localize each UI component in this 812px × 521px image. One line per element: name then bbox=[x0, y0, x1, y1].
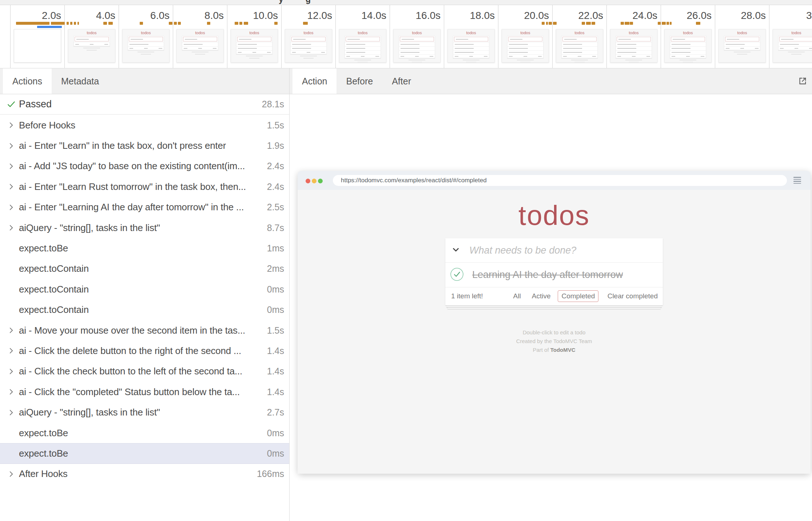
thumbnail-todos-title: todos bbox=[665, 31, 711, 35]
action-label: ai - Click the "completed" Status button… bbox=[19, 386, 240, 398]
action-row[interactable]: Before Hooks1.5s bbox=[0, 115, 289, 135]
thumbnail-footer bbox=[291, 50, 326, 54]
chevron-right-icon bbox=[7, 388, 16, 396]
todo-input-row[interactable]: What needs to be done? bbox=[445, 238, 663, 263]
clear-completed-button[interactable]: Clear completed bbox=[608, 292, 658, 300]
action-list: Before Hooks1.5sai - Enter "Learn" in th… bbox=[0, 115, 289, 521]
thumbnail-input bbox=[129, 37, 163, 41]
thumbnail-app-card bbox=[453, 36, 489, 58]
filmstrip-thumbnail[interactable]: todos bbox=[176, 29, 224, 63]
filmstrip-thumbnail[interactable] bbox=[14, 29, 61, 63]
thumbnail-input bbox=[400, 37, 434, 41]
thumbnail-caption-line bbox=[629, 62, 639, 63]
filmstrip-thumbnail[interactable]: todos bbox=[556, 29, 603, 63]
action-row[interactable]: aiQuery - "string[], tasks in the list"2… bbox=[0, 402, 289, 422]
thumbnail-todo-line bbox=[128, 42, 164, 46]
thumbnail-footer bbox=[508, 54, 543, 58]
filmstrip-thumbnail[interactable]: todos bbox=[122, 29, 170, 63]
action-row[interactable]: expect.toContain0ms bbox=[0, 300, 289, 320]
action-row[interactable]: ai - Enter "Learn" in the task box, don'… bbox=[0, 135, 289, 156]
action-row[interactable]: ai - Enter "Learning AI the day after to… bbox=[0, 197, 289, 218]
action-row[interactable]: aiQuery - "string[], tasks in the list"8… bbox=[0, 218, 289, 238]
timeline-gridline bbox=[335, 5, 336, 68]
thumbnail-todos-title: todos bbox=[502, 31, 549, 35]
thumbnail-todos-title: todos bbox=[610, 31, 657, 35]
action-duration: 2.4s bbox=[267, 161, 284, 171]
action-duration: 1.5s bbox=[267, 325, 284, 336]
action-label: ai - Add "JS today" to base on the exist… bbox=[19, 160, 245, 172]
filmstrip-thumbnail[interactable]: todos bbox=[339, 29, 386, 63]
action-row[interactable]: ai - Click the check button to the left … bbox=[0, 361, 289, 382]
action-row[interactable]: ai - Click the delete button to the righ… bbox=[0, 341, 289, 361]
thumbnail-caption-line bbox=[192, 52, 208, 52]
todo-input-placeholder: What needs to be done? bbox=[469, 245, 576, 256]
filmstrip-thumbnail[interactable]: todos bbox=[502, 29, 549, 63]
action-row[interactable]: ai - Enter "Learn Rust tomorrow" in the … bbox=[0, 176, 289, 197]
todo-complete-checkbox-icon[interactable] bbox=[450, 267, 464, 283]
thumbnail-footer bbox=[453, 54, 489, 58]
activity-tick bbox=[16, 22, 49, 25]
filter-active[interactable]: Active bbox=[528, 290, 554, 302]
thumbnail-todo-line bbox=[453, 42, 489, 46]
test-status-row[interactable]: Passed 28.1s bbox=[0, 94, 289, 115]
filmstrip-thumbnail[interactable]: todos bbox=[447, 29, 495, 63]
filter-completed[interactable]: Completed bbox=[558, 290, 598, 302]
tab-before[interactable]: Before bbox=[337, 68, 382, 94]
thumbnail-todos-title: todos bbox=[448, 31, 494, 35]
action-row[interactable]: ai - Add "JS today" to base on the exist… bbox=[0, 156, 289, 176]
thumbnail-todo-line bbox=[182, 42, 218, 46]
thumbnail-caption-line bbox=[574, 62, 585, 63]
action-row[interactable]: expect.toContain2ms bbox=[0, 259, 289, 279]
tab-metadata[interactable]: Metadata bbox=[52, 68, 108, 94]
action-row[interactable]: ai - Click the "completed" Status button… bbox=[0, 382, 289, 402]
action-duration: 1.4s bbox=[267, 366, 284, 377]
todomvc-app: todos What needs to be done? bbox=[298, 190, 811, 474]
thumbnail-caption-line bbox=[625, 60, 642, 60]
thumbnail-todo-line bbox=[345, 42, 381, 46]
filmstrip-thumbnail[interactable]: todos bbox=[773, 29, 812, 63]
thumbnail-app-card bbox=[778, 36, 812, 50]
tab-action[interactable]: Action bbox=[292, 68, 337, 94]
action-label: expect.toContain bbox=[19, 263, 89, 274]
activity-tick bbox=[658, 22, 661, 25]
chevron-right-icon bbox=[7, 142, 16, 150]
thumbnail-app-card bbox=[182, 36, 218, 50]
chevron-right-icon bbox=[7, 347, 16, 355]
thumbnail-caption-line bbox=[791, 54, 801, 55]
action-row[interactable]: expect.toBe0ms bbox=[0, 443, 289, 464]
action-row[interactable]: ai - Move your mouse over the second ite… bbox=[0, 320, 289, 341]
thumbnail-todo-line bbox=[670, 42, 706, 46]
filmstrip-thumbnail[interactable]: todos bbox=[231, 29, 278, 63]
action-duration: 1.9s bbox=[267, 140, 284, 151]
timeline-time-label: 4.0s bbox=[96, 10, 115, 21]
action-row[interactable]: expect.toBe0ms bbox=[0, 423, 289, 443]
thumbnail-todo-line bbox=[508, 46, 543, 50]
filmstrip-thumbnail[interactable]: todos bbox=[393, 29, 441, 63]
tab-actions[interactable]: Actions bbox=[3, 68, 52, 94]
thumbnail-footer bbox=[236, 50, 272, 54]
window-title-bar: yg bbox=[0, 0, 812, 5]
action-label: ai - Click the delete button to the righ… bbox=[19, 345, 241, 357]
filmstrip-thumbnail[interactable]: todos bbox=[664, 29, 712, 63]
thumbnail-input bbox=[508, 37, 542, 41]
timeline-selection-bar[interactable] bbox=[37, 26, 62, 28]
action-duration: 1.4s bbox=[267, 387, 284, 397]
action-row[interactable]: expect.toBe1ms bbox=[0, 238, 289, 258]
filter-all[interactable]: All bbox=[510, 290, 525, 302]
chevron-right-icon bbox=[7, 224, 16, 232]
timeline-time-label: 8.0s bbox=[204, 10, 224, 21]
filmstrip-thumbnail[interactable]: todos bbox=[610, 29, 657, 63]
todos-heading: todos bbox=[298, 199, 811, 231]
filmstrip-thumbnail[interactable]: todos bbox=[719, 29, 766, 63]
open-external-icon[interactable] bbox=[797, 76, 808, 88]
activity-tick bbox=[51, 22, 65, 25]
tab-after[interactable]: After bbox=[382, 68, 421, 94]
thumbnail-todos-title: todos bbox=[177, 31, 223, 35]
filmstrip-thumbnail[interactable]: todos bbox=[68, 29, 115, 63]
action-row[interactable]: expect.toContain0ms bbox=[0, 279, 289, 299]
filmstrip-thumbnail[interactable]: todos bbox=[285, 29, 332, 63]
toggle-all-chevron-icon[interactable] bbox=[451, 245, 461, 256]
action-row[interactable]: After Hooks166ms bbox=[0, 464, 289, 484]
timeline[interactable]: 2.0s4.0s6.0s8.0s10.0s12.0s14.0s16.0s18.0… bbox=[0, 5, 812, 68]
timeline-time-label: 18.0s bbox=[470, 10, 495, 21]
